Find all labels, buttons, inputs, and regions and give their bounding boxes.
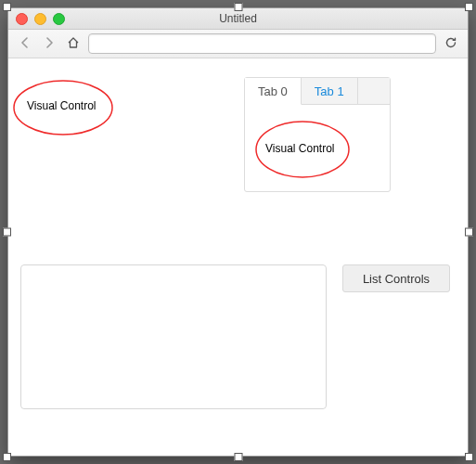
- resize-handle-top[interactable]: [234, 3, 242, 11]
- resize-handle-top-right[interactable]: [465, 3, 473, 11]
- visual-control-2-label: Visual Control: [265, 142, 334, 155]
- forward-button[interactable]: [40, 34, 58, 53]
- tab-0[interactable]: Tab 0: [245, 78, 302, 105]
- home-button[interactable]: [64, 34, 83, 53]
- window-minimize-button[interactable]: [34, 13, 46, 25]
- visual-control-1[interactable]: Visual Control: [27, 99, 96, 112]
- tab-1-label: Tab 1: [315, 84, 344, 98]
- tab-1[interactable]: Tab 1: [302, 78, 358, 104]
- traffic-lights: [16, 13, 65, 25]
- resize-handle-bottom-right[interactable]: [465, 453, 473, 461]
- resize-handle-bottom-left[interactable]: [3, 453, 11, 461]
- window-close-button[interactable]: [16, 13, 28, 25]
- list-controls-label: List Controls: [363, 272, 430, 286]
- list-controls-button[interactable]: List Controls: [342, 264, 450, 292]
- app-window: Untitled: [7, 7, 469, 457]
- reload-button[interactable]: [442, 34, 460, 53]
- chevron-right-icon: [44, 37, 55, 51]
- url-field[interactable]: [88, 33, 436, 54]
- resize-handle-left[interactable]: [3, 228, 11, 237]
- window-zoom-button[interactable]: [53, 13, 65, 25]
- visual-control-1-label: Visual Control: [27, 99, 96, 112]
- window-title: Untitled: [8, 12, 468, 25]
- titlebar: Untitled: [8, 8, 468, 30]
- resize-handle-bottom[interactable]: [234, 453, 242, 461]
- list-box[interactable]: [20, 264, 327, 409]
- tab-bar: Tab 0 Tab 1: [245, 78, 390, 105]
- content-area: Visual Control Tab 0 Tab 1 Visual Con: [8, 58, 468, 457]
- tab-body: Visual Control: [245, 105, 390, 192]
- home-icon: [67, 36, 80, 52]
- chevron-left-icon: [19, 37, 31, 51]
- visual-control-2[interactable]: Visual Control: [265, 142, 334, 155]
- back-button[interactable]: [16, 34, 34, 53]
- tab-0-label: Tab 0: [258, 84, 288, 98]
- resize-handle-right[interactable]: [465, 228, 473, 237]
- resize-handle-top-left[interactable]: [3, 3, 11, 11]
- reload-icon: [444, 36, 457, 52]
- tab-panel: Tab 0 Tab 1 Visual Control: [244, 77, 391, 192]
- browser-toolbar: [8, 30, 468, 58]
